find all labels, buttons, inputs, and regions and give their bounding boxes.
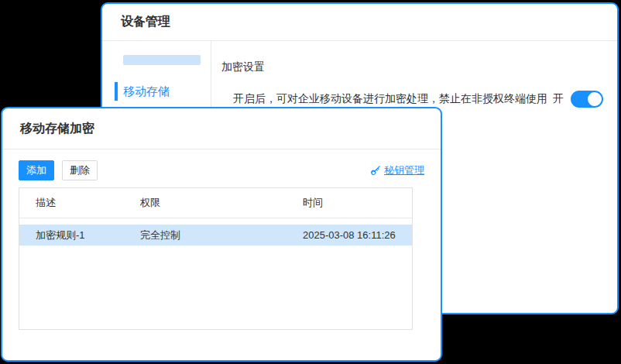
dialog-toolbar: 添加 删除 秘钥管理 [2,160,441,180]
column-header-permission: 权限 [124,196,286,210]
encryption-rules-table: 描述 权限 时间 加密规则-1 完全控制 2025-03-08 16:11:26 [19,187,413,330]
column-header-description: 描述 [19,196,124,210]
column-header-time: 时间 [286,196,412,210]
encryption-toggle[interactable] [571,91,603,108]
key-icon [370,165,381,176]
sidebar-item-mobile-storage[interactable]: 移动存储 [102,82,211,101]
toggle-state-label: 开 [553,92,564,106]
cell-permission: 完全控制 [124,228,286,242]
table-header-row: 描述 权限 时间 [19,188,412,218]
toggle-group: 开 [553,91,603,108]
setting-description: 开启后，可对企业移动设备进行加密处理，禁止在非授权终端使用 [221,92,553,106]
toggle-knob [588,92,602,106]
table-gap [19,218,412,225]
active-indicator-bar [115,82,118,101]
sidebar-skeleton-item [123,55,201,65]
key-management-link[interactable]: 秘钥管理 [370,163,424,177]
cell-time: 2025-03-08 16:11:26 [286,229,412,241]
section-title: 加密设置 [221,60,603,74]
encryption-setting-row: 开启后，可对企业移动设备进行加密处理，禁止在非授权终端使用 开 [221,91,603,108]
delete-button[interactable]: 删除 [62,160,98,180]
add-button[interactable]: 添加 [19,160,54,180]
window-title: 设备管理 [102,4,617,41]
sidebar-item-label: 移动存储 [123,84,170,99]
table-row[interactable]: 加密规则-1 完全控制 2025-03-08 16:11:26 [19,225,412,246]
mobile-storage-encryption-dialog: 移动存储加密 添加 删除 秘钥管理 描述 权限 时间 加密规则-1 完全控制 2… [1,107,442,362]
key-management-label: 秘钥管理 [384,163,424,177]
dialog-title: 移动存储加密 [2,108,441,149]
cell-description: 加密规则-1 [19,228,124,242]
